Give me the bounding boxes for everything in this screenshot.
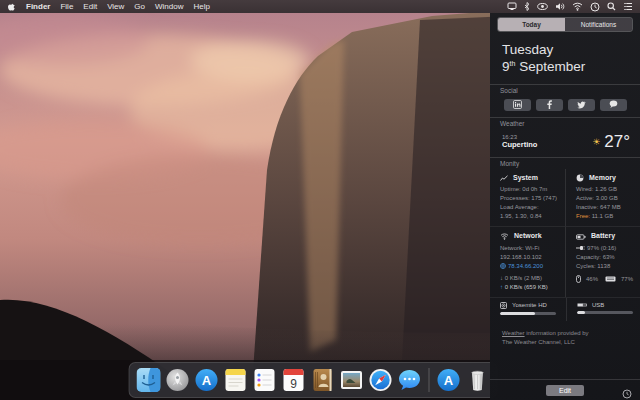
down-arrow-icon: ↓	[500, 275, 503, 281]
system-title: System	[513, 173, 538, 184]
chart-icon	[500, 175, 508, 182]
dock-separator	[429, 368, 430, 392]
social-section-label: Social	[490, 84, 640, 96]
monity-disks: Yosemite HD USB	[490, 297, 640, 321]
plug-icon	[576, 245, 585, 251]
monity-widget: System Uptime: 0d 0h 7m Processes: 175 (…	[490, 169, 640, 297]
dock-icon-finder[interactable]	[137, 368, 161, 392]
weather-city: Cupertino	[502, 140, 537, 149]
twitter-button[interactable]	[568, 99, 595, 111]
disk-usb: USB	[566, 298, 640, 321]
menu-item-help[interactable]: Help	[193, 2, 209, 11]
calendar-day-number: 9	[290, 377, 297, 391]
date-widget: Tuesday 9th September	[490, 32, 640, 84]
disk-name: Yosemite HD	[512, 302, 547, 308]
wifi-icon[interactable]	[572, 2, 583, 11]
network-public-ip-row[interactable]: 78.34.66.200	[500, 262, 561, 271]
notification-center-panel: Today Notifications Tuesday 9th Septembe…	[490, 13, 640, 400]
memory-wired: Wired: 1.26 GB	[576, 185, 636, 194]
battery-icon	[576, 234, 586, 240]
globe-icon	[500, 263, 506, 269]
usb-icon	[577, 302, 587, 308]
hard-drive-icon	[500, 302, 507, 309]
dock-icon-notes[interactable]	[224, 368, 248, 392]
clock-icon[interactable]	[590, 2, 600, 12]
menu-item-finder[interactable]: Finder	[26, 2, 50, 11]
menu-item-window[interactable]: Window	[155, 2, 183, 11]
tab-notifications[interactable]: Notifications	[565, 18, 632, 31]
peripheral-battery-row: 46% 77%	[576, 275, 636, 284]
tab-today[interactable]: Today	[498, 18, 565, 31]
messages-button[interactable]	[600, 99, 627, 111]
edit-button[interactable]: Edit	[546, 385, 584, 396]
dock-icon-reminders[interactable]	[253, 368, 277, 392]
monity-memory: Memory Wired: 1.26 GB Active: 3.00 GB In…	[565, 169, 640, 227]
memory-free: Free: 11.1 GB	[576, 212, 636, 221]
monity-battery: Battery 97% (0:16) Capacity: 63% Cycles:…	[565, 226, 640, 297]
bluetooth-icon[interactable]	[524, 2, 530, 11]
system-processes: Processes: 175 (747)	[500, 194, 561, 203]
disk-usage-bar	[577, 311, 633, 314]
wifi-small-icon	[500, 233, 509, 240]
system-uptime: Uptime: 0d 0h 7m	[500, 185, 561, 194]
battery-title: Battery	[591, 231, 615, 242]
eye-icon[interactable]	[537, 2, 548, 11]
memory-inactive: Inactive: 647 MB	[576, 203, 636, 212]
dock-icon-safari[interactable]	[369, 368, 393, 392]
network-down-row: ↓ 0 KB/s (2 MB)	[500, 274, 561, 283]
dock-icon-preview[interactable]	[340, 368, 364, 392]
dock-icon-launchpad[interactable]	[166, 368, 190, 392]
dock-icon-applications[interactable]: A	[437, 368, 461, 392]
system-load-values: 1.95, 1.30, 0.84	[500, 212, 561, 221]
menu-item-edit[interactable]: Edit	[83, 2, 97, 11]
monity-network: Network Network: Wi-Fi 192.168.10.102 78…	[490, 226, 565, 297]
volume-icon[interactable]	[555, 2, 565, 11]
facebook-icon	[547, 100, 552, 109]
monity-section-label: Monity	[490, 157, 640, 169]
menu-item-go[interactable]: Go	[134, 2, 145, 11]
date-line: 9th September	[502, 59, 640, 76]
dock-icon-contacts[interactable]	[311, 368, 335, 392]
battery-cycles: Cycles: 1138	[576, 262, 636, 271]
battery-capacity: Capacity: 63%	[576, 253, 636, 262]
memory-active: Active: 3.00 GB	[576, 194, 636, 203]
spotlight-icon[interactable]	[607, 2, 616, 11]
notification-center-icon[interactable]	[623, 2, 633, 11]
weather-temperature: 27°	[604, 132, 630, 152]
message-bubble-icon	[609, 100, 618, 109]
weather-widget[interactable]: 16:23 Cupertino ☀ 27°	[490, 129, 640, 157]
network-type: Network: Wi-Fi	[500, 244, 561, 253]
menu-bar: Finder File Edit View Go Window Help	[0, 0, 640, 13]
disk-name: USB	[592, 302, 604, 308]
today-notifications-tabs: Today Notifications	[497, 17, 633, 32]
disk-yosemite-hd: Yosemite HD	[490, 298, 566, 321]
linkedin-button[interactable]	[504, 99, 531, 111]
up-arrow-icon: ↑	[500, 284, 503, 290]
facebook-button[interactable]	[536, 99, 563, 111]
menu-item-view[interactable]: View	[107, 2, 124, 11]
dock-icon-messages[interactable]	[398, 368, 422, 392]
apple-menu-icon[interactable]	[7, 2, 16, 12]
dock-icon-calendar[interactable]: 9	[282, 368, 306, 392]
mouse-icon	[576, 275, 581, 283]
social-widget	[490, 96, 640, 117]
panel-bottom-bar: Edit	[490, 379, 640, 400]
svg-text:A: A	[202, 373, 212, 388]
dock-icon-app-store[interactable]: A	[195, 368, 219, 392]
monity-system: System Uptime: 0d 0h 7m Processes: 175 (…	[490, 169, 565, 227]
linkedin-icon	[513, 100, 522, 109]
dock-icon-trash[interactable]	[466, 368, 490, 392]
keyboard-battery-level: 77%	[621, 275, 633, 284]
network-title: Network	[514, 231, 542, 242]
network-local-ip: 192.168.10.102	[500, 253, 561, 262]
weather-attribution-link[interactable]: Weather	[502, 330, 525, 336]
menu-item-file[interactable]: File	[60, 2, 73, 11]
history-clock-icon[interactable]	[622, 385, 632, 400]
dock: A 9 A	[129, 362, 498, 398]
twitter-icon	[577, 101, 586, 109]
sun-icon: ☀	[592, 137, 600, 147]
display-icon[interactable]	[507, 2, 517, 11]
weather-attribution: Weather information provided by The Weat…	[490, 321, 640, 355]
pie-icon	[576, 174, 584, 182]
memory-title: Memory	[589, 173, 616, 184]
